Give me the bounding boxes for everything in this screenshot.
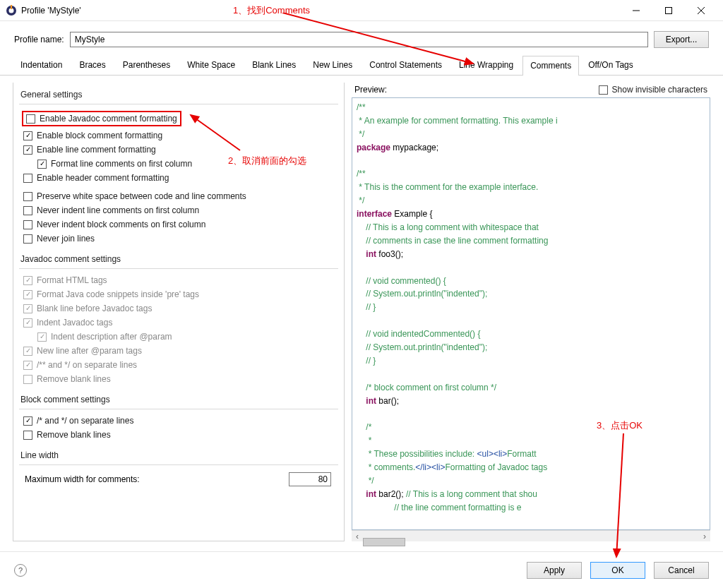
cb-bsep[interactable]	[23, 416, 32, 426]
dialog-footer: ? Apply OK Cancel	[0, 551, 723, 588]
window-title: Profile 'MyStyle'	[21, 6, 620, 16]
svg-rect-2	[11, 5, 12, 9]
lbl-invisible: Show invisible characters	[612, 85, 707, 95]
profile-name-row: Profile name: Export...	[0, 21, 723, 55]
linewidth-legend: Line width	[19, 448, 338, 463]
cb-enable-header[interactable]	[23, 174, 32, 183]
cb-idesc	[37, 332, 47, 342]
cb-sep1	[23, 361, 32, 370]
lbl-maxwidth: Maximum width for comments:	[25, 474, 140, 484]
lbl-enable-block: Enable block comment formatting	[37, 131, 162, 140]
lbl-brblank: Remove blank lines	[37, 430, 111, 440]
input-maxwidth[interactable]	[289, 472, 331, 486]
cb-bline	[23, 304, 32, 313]
cb-invisible[interactable]	[599, 85, 608, 95]
lbl-never-join: Never join lines	[37, 234, 95, 244]
cancel-button[interactable]: Cancel	[654, 562, 709, 579]
help-icon[interactable]: ?	[14, 564, 27, 577]
cb-rblank	[23, 375, 32, 384]
cb-never-block[interactable]	[23, 220, 32, 229]
cb-newline	[23, 347, 32, 356]
tab-comments[interactable]: Comments	[522, 56, 579, 76]
lbl-sep1: /** and */ on separate lines	[37, 360, 137, 370]
javadoc-legend: Javadoc comment settings	[19, 251, 338, 267]
lbl-idesc: Indent description after @param	[51, 332, 172, 342]
lbl-rblank: Remove blank lines	[37, 374, 111, 384]
svg-rect-4	[666, 7, 672, 13]
h-scrollbar[interactable]: ‹ ›	[352, 530, 710, 541]
tab-indentation[interactable]: Indentation	[13, 55, 70, 75]
title-bar: Profile 'MyStyle'	[0, 0, 723, 21]
cb-enable-block[interactable]	[23, 131, 32, 140]
cb-brblank[interactable]	[23, 431, 32, 440]
block-legend: Block comment settings	[19, 392, 338, 407]
maximize-button[interactable]	[652, 1, 685, 20]
apply-button[interactable]: Apply	[527, 562, 582, 579]
lbl-fhtml: Format HTML tags	[37, 275, 107, 285]
general-legend: General settings	[19, 87, 338, 102]
cb-enable-line[interactable]	[23, 145, 32, 155]
cb-fjava	[23, 290, 32, 299]
tab-offontags[interactable]: Off/On Tags	[580, 55, 641, 75]
code-preview[interactable]: /** * An example for comment formatting.…	[352, 97, 710, 530]
lbl-fjava: Format Java code snippets inside 'pre' t…	[37, 289, 199, 299]
cb-enable-javadoc[interactable]	[26, 114, 35, 124]
tab-bar: Indentation Braces Parentheses White Spa…	[0, 55, 723, 76]
tab-whitespace[interactable]: White Space	[179, 55, 243, 75]
preview-label: Preview:	[354, 85, 387, 95]
cb-fhtml	[23, 276, 32, 285]
lbl-bsep: /* and */ on separate lines	[37, 416, 133, 426]
tab-parentheses[interactable]: Parentheses	[115, 55, 178, 75]
lbl-enable-header: Enable header comment formatting	[37, 173, 169, 183]
profile-name-label: Profile name:	[14, 35, 64, 44]
tab-newlines[interactable]: New Lines	[305, 55, 360, 75]
tab-linewrapping[interactable]: Line Wrapping	[451, 55, 521, 75]
lbl-never-line: Never indent line comments on first colu…	[37, 205, 199, 215]
export-button[interactable]: Export...	[654, 31, 709, 48]
lbl-enable-line: Enable line comment formatting	[37, 145, 156, 155]
lbl-newline: New line after @param tags	[37, 346, 142, 356]
lbl-format-line-first: Format line comments on first column	[51, 159, 192, 169]
minimize-button[interactable]	[620, 1, 652, 20]
close-button[interactable]	[685, 1, 717, 20]
lbl-bline: Blank line before Javadoc tags	[37, 304, 152, 313]
app-icon	[6, 5, 17, 16]
cb-ijtags	[23, 318, 32, 328]
cb-preserve-ws[interactable]	[23, 192, 32, 201]
lbl-ijtags: Indent Javadoc tags	[37, 318, 112, 328]
tab-braces[interactable]: Braces	[71, 55, 113, 75]
tab-blanklines[interactable]: Blank Lines	[244, 55, 304, 75]
ok-button[interactable]: OK	[590, 562, 645, 579]
lbl-never-block: Never indent block comments on first col…	[37, 220, 205, 229]
settings-panel: General settings Enable Javadoc comment …	[13, 83, 345, 541]
cb-format-line-first[interactable]	[37, 160, 47, 169]
tab-controlstatements[interactable]: Control Statements	[362, 55, 450, 75]
lbl-preserve-ws: Preserve white space between code and li…	[37, 191, 246, 201]
lbl-enable-javadoc: Enable Javadoc comment formatting	[40, 114, 177, 124]
cb-never-join[interactable]	[23, 234, 32, 244]
cb-never-line[interactable]	[23, 206, 32, 215]
preview-panel: Preview: Show invisible characters /** *…	[352, 83, 710, 541]
profile-name-input[interactable]	[70, 32, 648, 47]
